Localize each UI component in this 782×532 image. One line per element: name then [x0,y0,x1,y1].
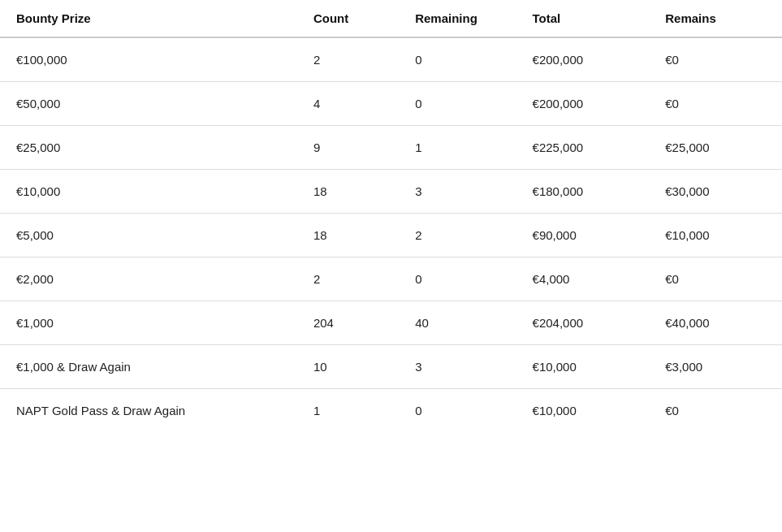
cell-remaining: 40 [399,301,516,345]
cell-count: 4 [297,82,399,126]
cell-bounty_prize: €1,000 & Draw Again [0,345,297,389]
col-header-remains: Remains [649,0,782,37]
cell-count: 18 [297,170,399,214]
table-row: €25,00091€225,000€25,000 [0,126,782,170]
cell-remains: €0 [649,82,782,126]
cell-remaining: 2 [399,214,516,257]
cell-bounty_prize: €100,000 [0,37,297,82]
cell-remains: €0 [649,389,782,433]
cell-count: 9 [297,126,399,170]
cell-total: €90,000 [516,214,650,257]
bounty-table-container: Bounty Prize Count Remaining Total Remai… [0,0,782,432]
cell-count: 204 [297,301,399,345]
table-row: €1,00020440€204,000€40,000 [0,301,782,345]
cell-remaining: 3 [399,170,516,214]
col-header-total: Total [516,0,650,37]
cell-count: 10 [297,345,399,389]
table-body: €100,00020€200,000€0€50,00040€200,000€0€… [0,37,782,432]
cell-remains: €0 [649,37,782,82]
cell-bounty_prize: €25,000 [0,126,297,170]
col-header-count: Count [297,0,399,37]
cell-bounty_prize: €1,000 [0,301,297,345]
cell-total: €204,000 [516,301,650,345]
col-header-bounty-prize: Bounty Prize [0,0,297,37]
cell-remaining: 0 [399,82,516,126]
cell-remaining: 0 [399,389,516,433]
cell-remaining: 1 [399,126,516,170]
cell-bounty_prize: €10,000 [0,170,297,214]
cell-total: €225,000 [516,126,650,170]
cell-total: €200,000 [516,82,650,126]
cell-count: 2 [297,257,399,301]
cell-bounty_prize: NAPT Gold Pass & Draw Again [0,389,297,433]
cell-remaining: 0 [399,37,516,82]
table-row: €10,000183€180,000€30,000 [0,170,782,214]
cell-remains: €0 [649,257,782,301]
cell-total: €200,000 [516,37,650,82]
cell-bounty_prize: €5,000 [0,214,297,257]
cell-count: 18 [297,214,399,257]
cell-remains: €25,000 [649,126,782,170]
cell-count: 2 [297,37,399,82]
cell-total: €10,000 [516,389,650,433]
table-row: €1,000 & Draw Again103€10,000€3,000 [0,345,782,389]
cell-remaining: 0 [399,257,516,301]
cell-bounty_prize: €2,000 [0,257,297,301]
header-row: Bounty Prize Count Remaining Total Remai… [0,0,782,37]
bounty-table: Bounty Prize Count Remaining Total Remai… [0,0,782,432]
cell-total: €4,000 [516,257,650,301]
cell-count: 1 [297,389,399,433]
cell-total: €180,000 [516,170,650,214]
table-row: €2,00020€4,000€0 [0,257,782,301]
table-row: €5,000182€90,000€10,000 [0,214,782,257]
table-row: NAPT Gold Pass & Draw Again10€10,000€0 [0,389,782,433]
table-row: €50,00040€200,000€0 [0,82,782,126]
cell-remaining: 3 [399,345,516,389]
cell-remains: €3,000 [649,345,782,389]
cell-remains: €10,000 [649,214,782,257]
cell-remains: €30,000 [649,170,782,214]
cell-total: €10,000 [516,345,650,389]
col-header-remaining: Remaining [399,0,516,37]
cell-bounty_prize: €50,000 [0,82,297,126]
table-header: Bounty Prize Count Remaining Total Remai… [0,0,782,37]
table-row: €100,00020€200,000€0 [0,37,782,82]
cell-remains: €40,000 [649,301,782,345]
